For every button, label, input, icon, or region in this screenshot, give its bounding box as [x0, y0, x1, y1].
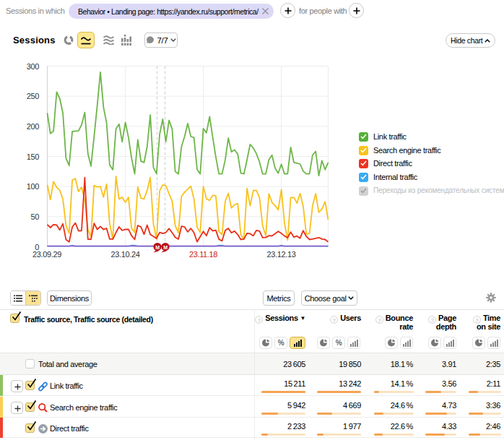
svg-text:23.10.24: 23.10.24	[110, 250, 139, 259]
svg-text:300: 300	[27, 62, 40, 71]
svg-text:50: 50	[30, 212, 39, 221]
svg-text:23.11.18: 23.11.18	[189, 250, 217, 259]
svg-text:200: 200	[27, 122, 40, 131]
svg-text:М: М	[155, 245, 160, 250]
svg-text:23.12.13: 23.12.13	[266, 250, 295, 259]
svg-text:23.09.29: 23.09.29	[32, 250, 61, 259]
svg-text:250: 250	[27, 92, 40, 100]
svg-text:150: 150	[27, 152, 40, 161]
svg-text:М: М	[163, 245, 168, 250]
svg-text:100: 100	[27, 182, 40, 191]
